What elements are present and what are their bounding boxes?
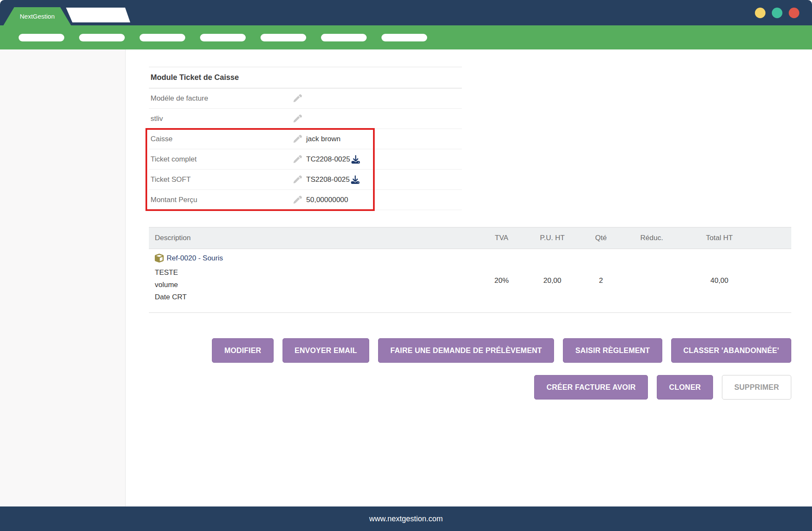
- blank-browser-tab[interactable]: [66, 8, 130, 22]
- table-header-row: Description TVA P.U. HT Qté Réduc. Total…: [149, 227, 791, 249]
- field-row-ticket-soft: Ticket SOFT TS2208-0025: [149, 170, 462, 190]
- main-content: Module Ticket de Caisse Modéle de factur…: [126, 49, 812, 506]
- nav-pill[interactable]: [261, 34, 306, 41]
- edit-pencil-icon[interactable]: [294, 114, 304, 123]
- actions-row-1: MODIFIER ENVOYER EMAIL FAIRE UNE DEMANDE…: [149, 338, 791, 363]
- creer-facture-avoir-button[interactable]: CRÉER FACTURE AVOIR: [534, 375, 648, 400]
- yellow-dot-icon[interactable]: [755, 8, 765, 18]
- nav-pill[interactable]: [140, 34, 185, 41]
- field-label: Caisse: [149, 135, 294, 143]
- field-row-modele-facture: Modéle de facture: [149, 88, 462, 109]
- field-label: Ticket complet: [149, 155, 294, 164]
- cloner-button[interactable]: CLONER: [657, 375, 713, 400]
- actions-row-2: CRÉER FACTURE AVOIR CLONER SUPPRIMER: [149, 375, 791, 400]
- nav-pill[interactable]: [19, 34, 64, 41]
- download-icon[interactable]: [351, 175, 359, 184]
- description-cell: Ref-0020 - Souris TESTE volume Date CRT: [149, 249, 478, 312]
- nav-pill[interactable]: [200, 34, 246, 41]
- edit-pencil-icon[interactable]: [294, 94, 304, 103]
- pu-ht-cell: 20,00: [525, 249, 580, 312]
- column-header-pu-ht: P.U. HT: [525, 234, 580, 242]
- brand-tab[interactable]: NextGestion: [3, 7, 71, 25]
- browser-topbar: NextGestion: [0, 0, 812, 25]
- envoyer-email-button[interactable]: ENVOYER EMAIL: [283, 338, 369, 363]
- tva-cell: 20%: [478, 249, 525, 312]
- qte-cell: 2: [580, 249, 622, 312]
- sidebar: [0, 49, 126, 506]
- field-row-ticket-complet: Ticket complet TC2208-0025: [149, 149, 462, 170]
- column-header-tva: TVA: [478, 234, 525, 242]
- field-row-montant-percu: Montant Perçu 50,00000000: [149, 190, 462, 210]
- product-reference-link[interactable]: Ref-0020 - Souris: [155, 254, 223, 263]
- column-header-qte: Qté: [580, 234, 622, 242]
- field-label: Modéle de facture: [149, 94, 294, 103]
- edit-pencil-icon[interactable]: [294, 155, 304, 164]
- demande-prelevement-button[interactable]: FAIRE UNE DEMANDE DE PRÉLÈVEMENT: [378, 338, 554, 363]
- description-lines: TESTE volume Date CRT: [155, 266, 187, 304]
- field-value: TC2208-0025: [306, 155, 350, 164]
- description-line: volume: [155, 279, 187, 291]
- brand-label: NextGestion: [20, 13, 55, 20]
- field-row-caisse: Caisse jack brown: [149, 129, 462, 149]
- download-icon[interactable]: [351, 155, 360, 164]
- description-line: TESTE: [155, 266, 187, 279]
- edit-pencil-icon[interactable]: [294, 175, 304, 184]
- nav-pill[interactable]: [321, 34, 367, 41]
- app-window: NextGestion Module Ticket de Caisse Modé: [0, 0, 812, 531]
- edit-pencil-icon[interactable]: [294, 195, 304, 205]
- saisir-reglement-button[interactable]: SAISIR RÈGLEMENT: [563, 338, 662, 363]
- panel-title: Module Ticket de Caisse: [149, 67, 462, 88]
- column-header-reduc: Réduc.: [622, 234, 681, 242]
- row-spacer: [757, 249, 791, 312]
- field-label: stliv: [149, 115, 294, 123]
- field-label: Montant Perçu: [149, 196, 294, 204]
- line-items-table: Description TVA P.U. HT Qté Réduc. Total…: [149, 227, 791, 313]
- teal-dot-icon[interactable]: [772, 8, 782, 18]
- field-value: jack brown: [306, 135, 340, 143]
- red-dot-icon[interactable]: [789, 8, 799, 18]
- column-header-total-ht: Total HT: [681, 234, 757, 242]
- edit-pencil-icon[interactable]: [294, 134, 304, 144]
- page-footer: www.nextgestion.com: [0, 506, 812, 531]
- field-label: Ticket SOFT: [149, 175, 294, 184]
- column-header-description: Description: [149, 234, 478, 242]
- classer-abandonnee-button[interactable]: CLASSER 'ABANDONNÉE': [671, 338, 791, 363]
- product-reference-text: Ref-0020 - Souris: [167, 254, 223, 263]
- ticket-panel: Module Ticket de Caisse Modéle de factur…: [149, 67, 462, 210]
- table-row: Ref-0020 - Souris TESTE volume Date CRT …: [149, 249, 791, 313]
- total-ht-cell: 40,00: [681, 249, 757, 312]
- description-line: Date CRT: [155, 291, 187, 303]
- nav-pill[interactable]: [381, 34, 427, 41]
- field-value: TS2208-0025: [306, 175, 350, 184]
- field-value: 50,00000000: [306, 196, 348, 204]
- supprimer-button[interactable]: SUPPRIMER: [722, 375, 791, 400]
- reduc-cell: [622, 249, 681, 312]
- nav-pill-group: [19, 34, 427, 41]
- package-cube-icon: [155, 254, 164, 263]
- footer-url: www.nextgestion.com: [369, 515, 443, 523]
- modifier-button[interactable]: MODIFIER: [212, 338, 273, 363]
- nav-pill[interactable]: [79, 34, 125, 41]
- window-controls: [755, 8, 799, 18]
- main-nav: [0, 25, 812, 49]
- field-row-stliv: stliv: [149, 109, 462, 129]
